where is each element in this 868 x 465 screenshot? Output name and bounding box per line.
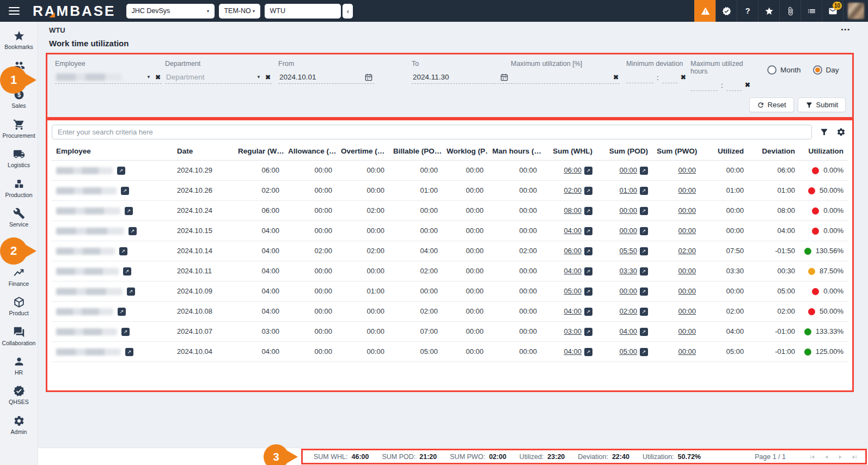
open-sum_whl-icon[interactable]: ↗ xyxy=(584,328,592,336)
sum_whl-link[interactable]: 06:00 xyxy=(564,161,582,180)
filter-icon[interactable] xyxy=(820,127,829,137)
to-date-input[interactable]: 2024.11.30 xyxy=(412,71,510,84)
open-sum_pod-icon[interactable]: ↗ xyxy=(640,207,648,215)
sum_whl-link[interactable]: 03:00 xyxy=(564,322,582,341)
open-employee-icon[interactable]: ↗ xyxy=(125,348,133,356)
col-header-worklog[interactable]: Worklog (P… xyxy=(442,143,488,160)
open-sum_whl-icon[interactable]: ↗ xyxy=(584,247,592,255)
sum_pwo-link[interactable]: 00:00 xyxy=(678,282,696,301)
sum_whl-link[interactable]: 04:00 xyxy=(564,302,582,321)
open-sum_whl-icon[interactable]: ↗ xyxy=(584,287,592,296)
open-employee-icon[interactable]: ↗ xyxy=(123,267,131,276)
open-sum_pod-icon[interactable]: ↗ xyxy=(640,247,648,255)
rambase-logo[interactable]: RAMBASE xyxy=(33,4,115,18)
open-sum_pod-icon[interactable]: ↗ xyxy=(640,227,648,235)
sidebar-item-finance[interactable]: Finance xyxy=(0,262,38,291)
favorites-button[interactable] xyxy=(758,0,779,22)
more-menu-icon[interactable]: ••• xyxy=(841,26,851,33)
col-header-sum_whl[interactable]: Sum (WHL) xyxy=(541,143,597,160)
help-button[interactable]: ? xyxy=(737,0,758,22)
approvals-button[interactable] xyxy=(716,0,737,22)
col-header-billable[interactable]: Billable (PO… xyxy=(389,143,442,160)
prev-page-icon[interactable] xyxy=(821,452,832,462)
clear-icon[interactable]: ✖ xyxy=(745,81,750,89)
open-sum_pod-icon[interactable]: ↗ xyxy=(640,308,648,316)
min-deviation-input[interactable]: : ✖ xyxy=(626,71,692,84)
program-search-input[interactable]: WTU xyxy=(265,4,341,19)
min-deviation-minutes-input[interactable] xyxy=(662,71,677,83)
department-filter-input[interactable]: Department ▼ ✖ xyxy=(165,71,272,84)
sum_whl-link[interactable]: 02:00 xyxy=(564,181,582,200)
open-sum_whl-icon[interactable]: ↗ xyxy=(584,227,592,235)
clear-icon[interactable]: ✖ xyxy=(155,74,161,81)
sum_whl-link[interactable]: 04:00 xyxy=(564,221,582,241)
open-sum_whl-icon[interactable]: ↗ xyxy=(584,207,592,215)
radio-month[interactable]: Month xyxy=(767,65,801,75)
open-employee-icon[interactable]: ↗ xyxy=(127,287,135,296)
sum_pwo-link[interactable]: 00:00 xyxy=(678,342,696,362)
max-utilized-hours-hours-input[interactable] xyxy=(690,79,718,91)
open-employee-icon[interactable]: ↗ xyxy=(117,167,125,175)
sidebar-item-service[interactable]: Service xyxy=(0,203,38,232)
messages-button[interactable]: 10 xyxy=(822,0,843,22)
col-header-allowance[interactable]: Allowance (… xyxy=(284,143,337,160)
col-header-man_hours[interactable]: Man hours (… xyxy=(488,143,541,160)
sidebar-item-logistics[interactable]: Logistics xyxy=(0,144,38,173)
col-header-date[interactable]: Date xyxy=(173,143,234,160)
chevron-down-icon[interactable]: ▼ xyxy=(256,75,261,79)
open-sum_pod-icon[interactable]: ↗ xyxy=(640,348,648,356)
open-employee-icon[interactable]: ↗ xyxy=(125,207,133,215)
sum_pwo-link[interactable]: 00:00 xyxy=(678,201,696,221)
col-header-utilization[interactable]: Utilization xyxy=(799,143,848,160)
min-deviation-hours-input[interactable] xyxy=(626,71,653,83)
max-utilized-hours-input[interactable]: : ✖ xyxy=(690,78,760,91)
sum_pod-link[interactable]: 05:50 xyxy=(619,241,637,261)
open-employee-icon[interactable]: ↗ xyxy=(118,308,126,316)
col-header-regular[interactable]: Regular (W… xyxy=(234,143,284,160)
first-page-icon[interactable] xyxy=(806,452,817,462)
open-sum_pod-icon[interactable]: ↗ xyxy=(640,287,648,296)
reset-button[interactable]: Reset xyxy=(749,97,794,112)
open-sum_whl-icon[interactable]: ↗ xyxy=(584,348,592,356)
system-select[interactable]: JHC DevSys ▼ xyxy=(126,4,215,19)
open-sum_whl-icon[interactable]: ↗ xyxy=(584,167,592,175)
sum_whl-link[interactable]: 04:00 xyxy=(564,261,582,281)
attachments-button[interactable] xyxy=(779,0,800,22)
col-header-sum_pwo[interactable]: Sum (PWO) xyxy=(652,143,700,160)
sum_pwo-link[interactable]: 00:00 xyxy=(678,261,696,281)
max-utilization-input[interactable]: ✖ xyxy=(511,71,620,84)
sum_pod-link[interactable]: 00:00 xyxy=(619,221,637,241)
sum_pwo-link[interactable]: 00:00 xyxy=(678,181,696,200)
open-sum_whl-icon[interactable]: ↗ xyxy=(584,187,592,195)
sum_whl-link[interactable]: 06:00 xyxy=(564,241,582,261)
search-input[interactable] xyxy=(52,125,812,139)
sum_pwo-link[interactable]: 00:00 xyxy=(678,161,696,180)
open-employee-icon[interactable]: ↗ xyxy=(129,227,137,235)
clear-icon[interactable]: ✖ xyxy=(613,74,619,81)
sidebar-item-production[interactable]: Production xyxy=(0,173,38,203)
avatar-button[interactable] xyxy=(843,0,868,22)
open-sum_pod-icon[interactable]: ↗ xyxy=(640,187,648,195)
sum_whl-link[interactable]: 05:00 xyxy=(564,282,582,301)
sum_pwo-link[interactable]: 00:00 xyxy=(678,302,696,321)
sum_whl-link[interactable]: 04:00 xyxy=(564,342,582,362)
sum_pod-link[interactable]: 04:00 xyxy=(619,322,637,341)
sum_pod-link[interactable]: 05:00 xyxy=(619,342,637,362)
sidebar-item-qhses[interactable]: QHSES xyxy=(0,381,38,410)
sum_pod-link[interactable]: 00:00 xyxy=(619,161,637,180)
calendar-icon[interactable] xyxy=(364,73,373,82)
col-header-sum_pod[interactable]: Sum (POD) xyxy=(597,143,652,160)
user-avatar[interactable] xyxy=(848,3,864,19)
col-header-deviation[interactable]: Deviation xyxy=(748,143,799,160)
open-employee-icon[interactable]: ↗ xyxy=(119,247,127,255)
col-header-overtime[interactable]: Overtime (… xyxy=(337,143,389,160)
open-employee-icon[interactable]: ↗ xyxy=(121,328,130,336)
open-sum_pod-icon[interactable]: ↗ xyxy=(640,328,648,336)
radio-day[interactable]: Day xyxy=(813,65,839,75)
employee-filter-input[interactable]: ▼ ✖ xyxy=(55,71,162,84)
sum_pod-link[interactable]: 00:00 xyxy=(619,201,637,221)
sum_pod-link[interactable]: 00:00 xyxy=(619,282,637,301)
from-date-input[interactable]: 2024.10.01 xyxy=(278,71,374,84)
sidebar-item-admin[interactable]: Admin xyxy=(0,410,38,439)
last-page-icon[interactable] xyxy=(849,452,860,462)
